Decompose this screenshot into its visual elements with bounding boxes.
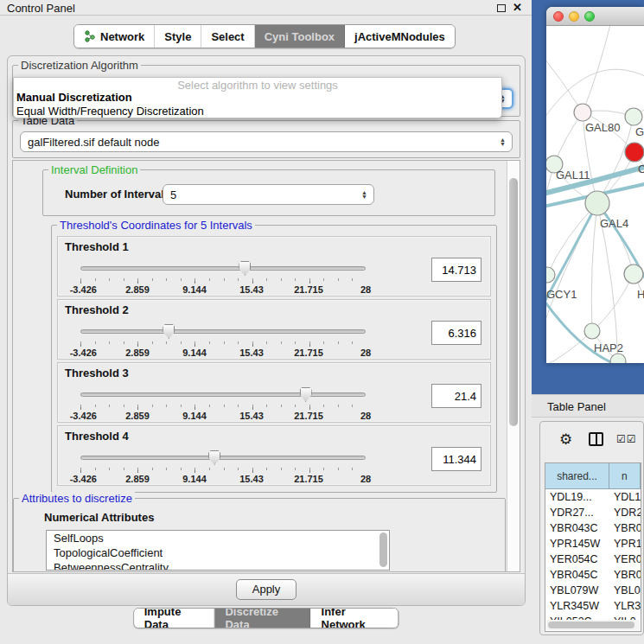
interval-definition-title: Interval Definition [48,163,140,176]
settings-scrollpane: Interval Definition Number of Intervals … [12,160,520,572]
network-node-GAL4 [585,191,609,215]
tab-infer-network[interactable]: Infer Network [311,609,399,628]
columns-icon[interactable] [589,432,603,446]
table-horizontal-scrollbar[interactable] [546,620,640,630]
threshold-4-slider[interactable]: -3.426 2.859 9.144 15.43 21.715 28 [80,449,366,483]
network-window-titlebar[interactable] [546,7,644,26]
network-node-GCY1 [546,267,555,283]
svg-text:G.: G. [635,125,644,138]
stepper-arrows-icon: ▲▼ [500,137,506,146]
threshold-1-slider[interactable]: -3.426 2.859 9.144 15.43 21.715 28 [80,259,366,294]
table-data-value: galFiltered.sif default node [28,136,159,149]
table-row[interactable]: YBL079W YBL0 [545,583,641,598]
close-icon[interactable]: ✕ [513,1,522,14]
network-canvas-svg: GAL80G.CGAL11GAL4GCY1HHAP2 [546,26,644,363]
table-header-row: shared... n [545,463,641,489]
list-item[interactable]: SelfLoops [47,531,389,545]
popup-option-equal-width[interactable]: Equal Width/Frequency Discretization [14,105,501,118]
network-node-node-bottom [610,354,626,363]
tab-network-label: Network [100,30,144,43]
attributes-list-scrollbar[interactable] [379,532,387,567]
slider-track[interactable] [80,392,366,397]
slider-track[interactable] [80,266,366,271]
node-table[interactable]: shared... n YDL19... YDL1 YDR27... YDR2 [545,462,641,632]
threshold-2-slider[interactable]: -3.426 2.859 9.144 15.43 21.715 28 [80,322,366,357]
apply-button[interactable]: Apply [236,579,296,600]
threshold-3-value-field[interactable]: 21.4 [431,384,481,408]
table-row[interactable]: YPR145W YPR1 [545,536,641,552]
tab-jactivemnodules[interactable]: jActiveMNodules [345,25,455,48]
table-row[interactable]: YDR27... YDR2 [545,505,641,520]
popup-option-manual[interactable]: Manual Discretization [14,91,501,105]
svg-text:C: C [638,163,644,175]
tab-cyni-toolbox[interactable]: Cyni Toolbox [255,25,345,48]
network-window: GAL80G.CGAL11GAL4GCY1HHAP2 [546,7,644,363]
table-row[interactable]: YBR045C YBR0 [545,567,641,583]
network-node-HAP2 [584,323,600,339]
svg-text:H: H [637,288,644,301]
svg-text:GCY1: GCY1 [546,288,577,301]
panel-title: Control Panel [7,2,75,15]
screen: Control Panel ✕ Network Style [0,0,644,644]
numerical-attributes-label: Numerical Attributes [44,511,154,524]
slider-thumb[interactable] [208,450,220,465]
apply-strip: Apply [8,573,525,605]
tab-style[interactable]: Style [155,25,201,48]
close-traffic-light[interactable] [553,11,564,22]
threshold-1-value-field[interactable]: 14.713 [431,258,481,282]
slider-thumb[interactable] [300,387,312,402]
gear-icon[interactable]: ⚙ [559,430,572,449]
table-row[interactable]: YLR345W YLR3 [545,598,641,614]
threshold-4-value-field[interactable]: 11.344 [431,447,481,471]
tab-discretize-data[interactable]: Discretize Data [214,609,310,628]
network-node-node-right-h [624,265,643,284]
popup-placeholder: Select algorithm to view settings [14,78,501,91]
tab-network[interactable]: Network [74,25,155,48]
control-panel: Control Panel ✕ Network Style [0,0,532,644]
threshold-4-panel: Threshold 4 -3.426 2.859 9.144 15.43 [57,425,491,486]
column-header-name[interactable]: n [609,463,641,489]
threshold-1-panel: Threshold 1 -3.426 2.859 9.144 15.43 [57,236,491,296]
svg-text:GAL11: GAL11 [556,169,590,182]
number-of-intervals-value: 5 [170,188,176,201]
svg-text:GAL4: GAL4 [600,217,628,230]
number-of-intervals-combobox[interactable]: 5 ▲▼ [163,184,374,205]
stepper-arrows-icon: ▲▼ [361,190,367,199]
settings-vertical-scrollbar[interactable] [507,161,520,571]
control-panel-titlebar: Control Panel ✕ [0,0,532,16]
network-canvas[interactable]: GAL80G.CGAL11GAL4GCY1HHAP2 [546,26,644,363]
table-rows: YDL19... YDL1 YDR27... YDR2 YBR043C YBR0 [545,489,641,621]
top-tab-bar: Network Style Select Cyni Toolbox jActiv… [73,24,456,48]
svg-text:HAP2: HAP2 [594,341,623,354]
scrollbar-thumb[interactable] [548,622,634,628]
table-row[interactable]: YER054C YER0 [545,552,641,567]
numerical-attributes-list[interactable]: SelfLoopsTopologicalCoefficientBetweenne… [46,530,390,571]
slider-track[interactable] [80,329,366,334]
table-panel-body: ⚙ ☑☑ shared... n YDL19... YDL1 [539,421,644,635]
list-item[interactable]: BetweennessCentrality [47,560,389,571]
slider-thumb[interactable] [163,324,175,339]
attributes-group: Attributes to discretize Numerical Attri… [13,498,506,572]
table-row[interactable]: YDL19... YDL1 [545,489,641,505]
list-item[interactable]: TopologicalCoefficient [47,545,389,560]
bottom-tab-bar: Impute Data Discretize Data Infer Networ… [133,608,399,628]
tab-select[interactable]: Select [201,25,254,48]
float-window-icon[interactable] [497,4,506,12]
minimize-traffic-light[interactable] [569,11,579,22]
column-header-shared-name[interactable]: shared... [545,463,609,489]
threshold-3-slider[interactable]: -3.426 2.859 9.144 15.43 21.715 28 [80,386,366,420]
zoom-traffic-light[interactable] [584,11,595,22]
scrollbar-thumb[interactable] [509,178,518,426]
checkbox-icons[interactable]: ☑☑ [616,433,637,445]
slider-track[interactable] [80,456,366,460]
network-view-frame: GAL80G.CGAL11GAL4GCY1HHAP2 [532,0,644,394]
algorithm-dropdown-popup: Select algorithm to view settings Manual… [13,77,502,118]
number-of-intervals-label: Number of Intervals [65,188,170,201]
table-row[interactable]: YBR043C YBR0 [545,520,641,536]
interval-definition-group: Interval Definition Number of Intervals … [42,169,495,216]
slider-thumb[interactable] [239,261,251,276]
table-data-group: Table Data galFiltered.sif default node … [12,120,520,158]
table-data-combobox[interactable]: galFiltered.sif default node ▲▼ [20,131,513,152]
tab-impute-data[interactable]: Impute Data [134,609,215,628]
threshold-2-value-field[interactable]: 6.316 [431,321,481,345]
